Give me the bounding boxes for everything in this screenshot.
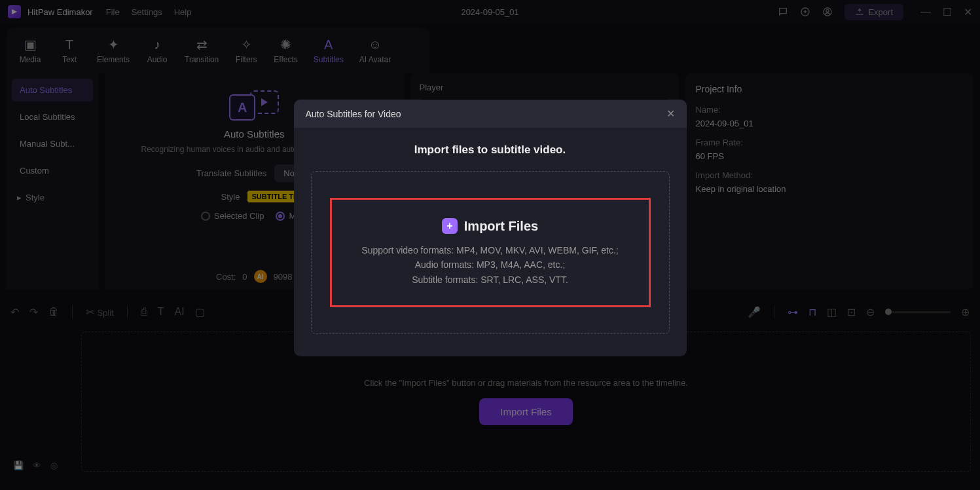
- modal-overlay: Auto Subtitles for Video ✕ Import files …: [0, 0, 980, 490]
- modal-header: Auto Subtitles for Video ✕: [294, 100, 687, 128]
- supported-audio-formats: Audio formats: MP3, M4A, AAC, etc.;: [359, 257, 621, 272]
- modal-title: Auto Subtitles for Video: [306, 109, 401, 119]
- import-files-title: Import Files: [464, 219, 538, 234]
- modal-close-button[interactable]: ✕: [666, 107, 675, 120]
- import-highlight-box: + Import Files Support video formats: MP…: [330, 198, 651, 307]
- supported-video-formats: Support video formats: MP4, MOV, MKV, AV…: [359, 243, 621, 257]
- supported-subtitle-formats: Subtitle formats: SRT, LRC, ASS, VTT.: [359, 273, 621, 287]
- modal-heading: Import files to subtitle video.: [311, 143, 670, 157]
- import-dropzone[interactable]: + Import Files Support video formats: MP…: [311, 171, 670, 334]
- plus-icon: +: [442, 218, 458, 234]
- import-modal: Auto Subtitles for Video ✕ Import files …: [294, 100, 687, 356]
